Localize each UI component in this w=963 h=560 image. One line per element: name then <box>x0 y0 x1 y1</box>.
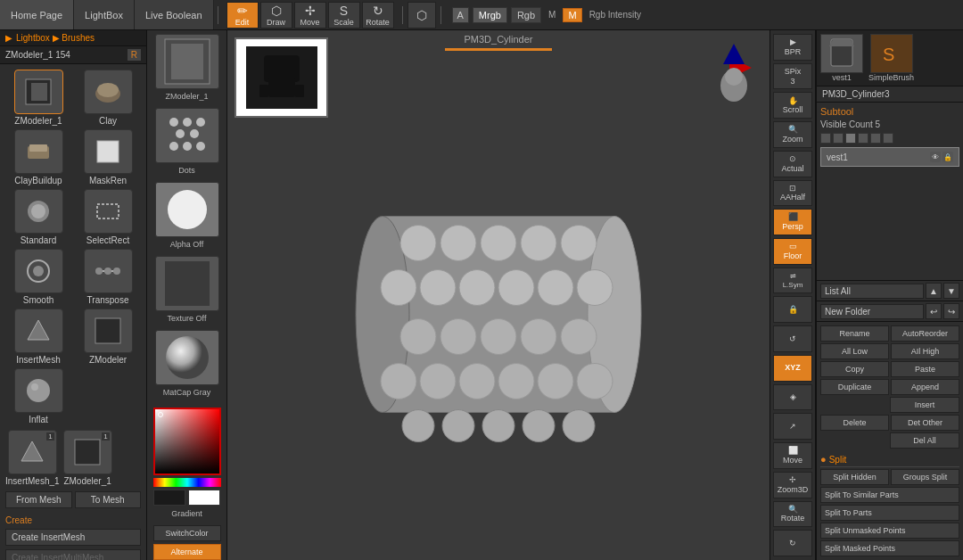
undo-btn[interactable]: ↺ <box>773 325 812 352</box>
groups-split-btn[interactable]: Groups Split <box>891 469 959 485</box>
brush-claybuildup[interactable]: ClayBuildup <box>5 129 71 185</box>
brush-transpose[interactable]: Transpose <box>75 249 141 305</box>
alternate-btn[interactable]: Alternate <box>153 544 221 560</box>
paste-btn[interactable]: Paste <box>891 361 959 377</box>
subtool-ctrl-5[interactable] <box>870 133 881 144</box>
svg-point-65 <box>442 410 474 442</box>
a-btn[interactable]: A <box>452 7 469 23</box>
brush-inflat[interactable]: Inflat <box>5 368 71 424</box>
delete-btn[interactable]: Delete <box>820 415 889 431</box>
brush-smooth[interactable]: Smooth <box>5 249 71 305</box>
brush-maskren[interactable]: MaskRen <box>75 129 141 185</box>
brush-thumb-inflat <box>14 368 63 413</box>
svg-point-44 <box>481 226 516 261</box>
move-tool-btn[interactable]: ✢ Move <box>294 2 326 29</box>
rotate-tool-btn[interactable]: ↻ Rotate <box>362 2 394 29</box>
copy-btn[interactable]: Copy <box>820 361 889 377</box>
stroke-btn[interactable]: ⬡ <box>407 2 436 29</box>
dots-thumb[interactable] <box>155 108 219 163</box>
split-to-similar-btn[interactable]: Split To Similar Parts <box>820 487 959 503</box>
subtool-ctrl-2[interactable] <box>833 133 844 144</box>
simplebrush-thumb-wrap[interactable]: S SimpleBrush <box>868 34 914 82</box>
xyz-btn[interactable]: XYZ <box>773 355 812 382</box>
alpha-off-thumb[interactable] <box>155 182 219 237</box>
zmodeler-mat-thumb[interactable] <box>155 34 219 89</box>
list-down-icon[interactable]: ▼ <box>943 283 959 299</box>
viewport[interactable]: PM3D_Cylinder <box>227 30 770 560</box>
persp-icon: ⬛ <box>788 212 798 222</box>
subtool-ctrl-1[interactable] <box>820 133 831 144</box>
live-boolean-btn[interactable]: Live Boolean <box>135 0 214 29</box>
switch-color-btn[interactable]: SwitchColor <box>153 525 221 541</box>
scroll-btn[interactable]: ✋ Scroll <box>773 92 812 119</box>
scale-tool-btn[interactable]: S Scale <box>328 2 360 29</box>
list-up-icon[interactable]: ▲ <box>926 283 942 299</box>
all-high-btn[interactable]: AIl High <box>891 343 959 359</box>
det-other-btn[interactable]: Det Other <box>891 415 959 431</box>
brush-standard[interactable]: Standard <box>5 189 71 245</box>
color-picker[interactable] <box>150 404 225 509</box>
append-btn[interactable]: Append <box>891 379 959 395</box>
frame-btn[interactable]: ⬜ Move <box>773 442 812 469</box>
texture-off-thumb[interactable] <box>155 256 219 311</box>
home-page-btn[interactable]: Home Page <box>0 0 74 29</box>
lsym-btn[interactable]: ⇌ L.Sym <box>773 268 812 294</box>
split-hidden-btn[interactable]: Split Hidden <box>820 469 889 485</box>
swatch-white[interactable] <box>188 490 220 506</box>
subtool-item-vest1[interactable]: vest1 👁 🔒 <box>820 147 959 167</box>
subtool-ctrl-4[interactable] <box>858 133 868 144</box>
create-insert-mesh-btn[interactable]: Create InsertMesh <box>5 529 141 546</box>
move3d-btn[interactable]: ✢ Zoom3D <box>773 472 812 498</box>
lightbox-btn[interactable]: LightBox <box>74 0 135 29</box>
split-masked-btn[interactable]: Split Masked Points <box>820 540 959 556</box>
folder-icon-2[interactable]: ↪ <box>943 303 959 319</box>
from-mesh-btn[interactable]: From Mesh <box>5 491 72 508</box>
floor-btn[interactable]: ▭ Floor <box>773 238 812 265</box>
swatch-black[interactable] <box>153 490 185 506</box>
subtool-ctrl-6[interactable] <box>883 133 893 144</box>
color-gradient-area[interactable] <box>153 408 221 475</box>
rotate3d-btn[interactable]: ↻ <box>773 530 812 556</box>
color-hue-slider[interactable] <box>153 478 221 487</box>
rename-btn[interactable]: Rename <box>820 325 889 342</box>
split-unmasked-btn[interactable]: Split Unmasked Points <box>820 523 959 539</box>
svg-point-27 <box>176 129 185 138</box>
insert-btn[interactable]: Insert <box>890 397 959 413</box>
auto-reorder-btn[interactable]: AutoReorder <box>891 325 959 342</box>
actual-btn[interactable]: ⊙ Actual <box>773 151 812 177</box>
matcap-thumb[interactable] <box>155 330 219 385</box>
split-to-parts-btn[interactable]: Split To Parts <box>820 505 959 521</box>
zoom3d-btn[interactable]: 🔍 Rotate <box>773 501 812 528</box>
persp-btn[interactable]: ⬛ Persp <box>773 209 812 235</box>
edit-tool-btn[interactable]: ✏ Edit <box>226 2 259 29</box>
to-mesh-btn[interactable]: To Mesh <box>75 491 142 508</box>
folder-icon-1[interactable]: ↩ <box>926 303 942 319</box>
brush-selectrect[interactable]: SelectRect <box>75 189 141 245</box>
m-orange-btn[interactable]: M <box>563 8 581 22</box>
mrgb-btn[interactable]: Mrgb <box>473 7 507 23</box>
r-badge[interactable]: R <box>128 49 141 61</box>
subtool-ctrl-3[interactable] <box>845 133 856 144</box>
brush-insertmesh1[interactable]: 1 InsertMesh_1 <box>5 430 60 486</box>
draw-tool-btn[interactable]: ⬡ Draw <box>260 2 292 29</box>
brush-insertmesh[interactable]: InsertMesh <box>5 309 71 365</box>
aahalf-btn[interactable]: ⊡ AAHalf <box>773 180 812 207</box>
all-low-btn[interactable]: All Low <box>820 343 889 359</box>
select-btn[interactable]: ◈ <box>773 384 812 411</box>
arrow-btn[interactable]: ↗ <box>773 413 812 440</box>
bpr-btn[interactable]: ▶ BPR <box>773 34 812 61</box>
duplicate-btn[interactable]: Duplicate <box>820 379 889 395</box>
draw-icon: ⬡ <box>271 4 282 18</box>
vest1-thumb-wrap[interactable]: vest1 <box>820 34 863 82</box>
del-all-btn[interactable]: Del All <box>890 432 959 449</box>
brush-zmodeler1b[interactable]: 1 ZModeler_1 <box>63 430 112 486</box>
spix-btn[interactable]: SPix 3 <box>773 63 812 90</box>
material-panel: ZModeler_1 Dots <box>147 30 227 560</box>
rgb-btn[interactable]: Rgb <box>511 7 541 23</box>
brush-zmodeler1[interactable]: ZModeler_1 <box>5 70 71 126</box>
brush-zmodeler[interactable]: ZModeler <box>75 309 141 365</box>
create-insert-multi-btn[interactable]: Create InsertMultiMesh <box>5 549 141 560</box>
zoom-btn[interactable]: 🔍 Zoom <box>773 121 812 148</box>
brush-clay[interactable]: Clay <box>75 70 141 126</box>
lock-btn[interactable]: 🔒 <box>773 296 812 323</box>
